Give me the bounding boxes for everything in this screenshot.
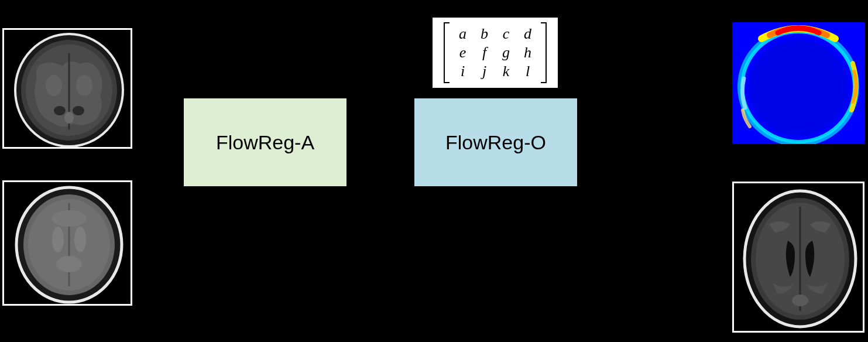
svg-point-8: [64, 112, 74, 124]
matrix-cell: e: [452, 43, 474, 62]
matrix-table: a b c d e f g h i j k l: [452, 25, 538, 81]
svg-point-26: [792, 295, 808, 306]
svg-point-5: [76, 75, 92, 96]
flow-field-heatmap: [732, 22, 864, 144]
matrix-cell: b: [474, 25, 495, 43]
matrix-cell: c: [495, 25, 517, 43]
svg-point-13: [52, 227, 64, 252]
flowreg-a-label: FlowReg-A: [216, 131, 314, 154]
brain-mri-icon: [4, 30, 131, 147]
flowreg-a-block: FlowReg-A: [184, 98, 346, 186]
moving-volume-mri: [2, 28, 132, 149]
heatmap-icon: [732, 22, 864, 144]
matrix-cell: d: [517, 25, 538, 43]
affine-matrix: a b c d e f g h i j k l: [433, 18, 558, 88]
svg-point-16: [52, 210, 87, 227]
brain-registered-icon: [734, 183, 863, 331]
matrix-cell: g: [495, 43, 517, 62]
registered-volume-mri: [732, 182, 864, 333]
matrix-cell: i: [452, 62, 474, 81]
svg-point-14: [74, 227, 86, 252]
bracket-right-icon: [541, 22, 547, 83]
flowreg-o-block: FlowReg-O: [414, 98, 577, 186]
svg-point-7: [73, 106, 84, 115]
fixed-template-mri: [2, 180, 132, 306]
svg-point-4: [46, 75, 62, 96]
matrix-cell: f: [474, 43, 495, 62]
bracket-left-icon: [444, 22, 450, 83]
flowreg-o-label: FlowReg-O: [445, 131, 546, 154]
svg-point-21: [757, 48, 839, 128]
matrix-cell: a: [452, 25, 474, 43]
matrix-cell: h: [517, 43, 538, 62]
matrix-cell: j: [474, 62, 495, 81]
matrix-cell: l: [517, 62, 538, 81]
brain-template-icon: [4, 182, 131, 304]
svg-point-6: [54, 106, 66, 115]
svg-point-15: [56, 256, 82, 272]
matrix-cell: k: [495, 62, 517, 81]
diagram-stage: FlowReg-A FlowReg-O a b c d e f g h: [0, 0, 868, 342]
